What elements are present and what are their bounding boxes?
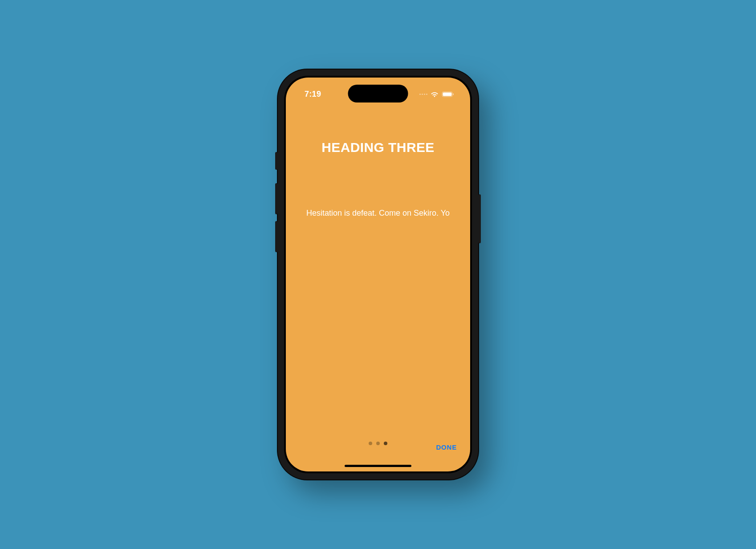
page-body-text: Hesitation is defeat. Come on Sekiro. Yo — [297, 209, 459, 218]
svg-rect-1 — [443, 92, 452, 96]
status-time: 7:19 — [305, 90, 321, 99]
volume-up-button — [275, 183, 278, 214]
done-button[interactable]: DONE — [436, 443, 457, 451]
page-dot-active[interactable] — [384, 442, 387, 445]
page-indicator[interactable] — [369, 442, 387, 445]
phone-frame: 7:19 — [278, 70, 478, 479]
volume-down-button — [275, 221, 278, 252]
battery-icon — [442, 91, 454, 97]
power-button — [478, 194, 481, 243]
page-dot[interactable] — [369, 442, 372, 445]
cellular-icon — [419, 94, 427, 95]
wifi-icon — [431, 91, 439, 97]
screen[interactable]: 7:19 — [286, 78, 470, 471]
page-dot[interactable] — [376, 442, 380, 445]
dynamic-island — [348, 85, 408, 102]
onboarding-page[interactable]: HEADING THREE Hesitation is defeat. Come… — [286, 78, 470, 471]
home-indicator[interactable] — [345, 465, 411, 467]
phone-bezel: 7:19 — [284, 76, 472, 473]
mute-switch — [275, 152, 278, 170]
page-heading: HEADING THREE — [297, 140, 459, 155]
status-icons — [419, 91, 454, 97]
svg-rect-2 — [453, 93, 454, 95]
